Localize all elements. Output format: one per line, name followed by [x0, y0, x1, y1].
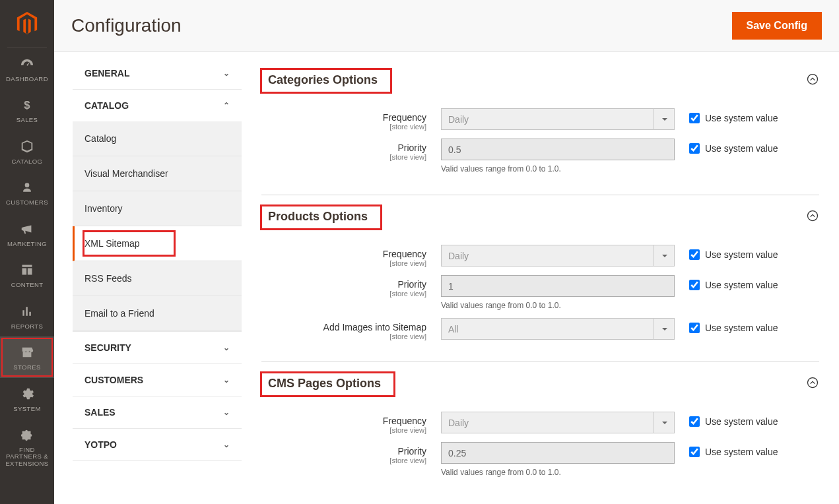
box-icon [19, 139, 35, 154]
use-system-label: Use system value [705, 249, 778, 260]
config-group-catalog[interactable]: CATALOG ⌃ [73, 90, 242, 121]
use-system-label: Use system value [705, 113, 778, 123]
gear-icon [19, 386, 35, 402]
cms-priority-input[interactable] [441, 442, 675, 464]
nav-find-partners[interactable]: FIND PARTNERS & EXTENSIONS [0, 419, 54, 474]
field-note: Valid values range from 0.0 to 1.0. [441, 160, 675, 173]
use-system-label: Use system value [705, 143, 778, 154]
config-item-email-to-friend[interactable]: Email to a Friend [73, 296, 242, 331]
products-frequency-use-system[interactable] [689, 249, 700, 260]
collapse-toggle[interactable] [806, 73, 819, 88]
field-scope: [store view] [261, 332, 426, 340]
chevron-up-icon: ⌃ [223, 101, 230, 110]
cms-frequency-use-system[interactable] [689, 416, 700, 427]
nav-system[interactable]: SYSTEM [0, 378, 54, 419]
barchart-icon [19, 303, 35, 319]
dollar-icon: $ [19, 97, 35, 113]
categories-frequency-select[interactable]: Daily [441, 108, 675, 130]
field-note: Valid values range from 0.0 to 1.0. [441, 464, 675, 477]
dashboard-icon [19, 56, 35, 72]
chevron-down-icon: ⌄ [223, 408, 230, 417]
svg-point-2 [808, 211, 818, 221]
chevron-down-icon: ⌄ [223, 375, 230, 385]
nav-dashboard[interactable]: DASHBOARD [0, 48, 54, 89]
admin-sidebar: DASHBOARD $ SALES CATALOG CUSTOMERS MARK… [0, 0, 54, 504]
nav-catalog[interactable]: CATALOG [0, 131, 54, 172]
section-products: Products Options Frequency [store view] [261, 195, 819, 362]
page-header: Configuration Save Config [54, 0, 839, 52]
field-note: Valid values range from 0.0 to 1.0. [441, 297, 675, 310]
field-label: Add Images into Sitemap [261, 322, 426, 332]
person-icon [19, 179, 35, 195]
use-system-label: Use system value [705, 280, 778, 290]
section-categories: Categories Options Frequency [store view… [261, 59, 819, 195]
field-label: Frequency [261, 249, 426, 259]
nav-marketing[interactable]: MARKETING [0, 213, 54, 254]
page-title: Configuration [71, 15, 182, 36]
use-system-label: Use system value [705, 323, 778, 333]
magento-logo-icon [15, 12, 39, 36]
products-frequency-select[interactable]: Daily [441, 245, 675, 267]
use-system-label: Use system value [705, 447, 778, 457]
use-system-label: Use system value [705, 416, 778, 427]
config-item-visual-merchandiser[interactable]: Visual Merchandiser [73, 156, 242, 191]
megaphone-icon [19, 221, 35, 237]
config-group-yotpo[interactable]: YOTPO ⌄ [73, 429, 242, 460]
products-images-use-system[interactable] [689, 323, 700, 333]
collapse-toggle[interactable] [806, 209, 819, 224]
field-scope: [store view] [261, 259, 426, 267]
svg-point-3 [808, 378, 818, 388]
chevron-down-icon: ⌄ [223, 343, 230, 352]
field-label: Frequency [261, 416, 426, 426]
field-label: Priority [261, 279, 426, 290]
field-scope: [store view] [261, 457, 426, 464]
section-title-products[interactable]: Products Options [261, 207, 374, 226]
chevron-up-circle-icon [806, 209, 819, 222]
nav-reports[interactable]: REPORTS [0, 296, 54, 336]
store-icon [19, 344, 35, 360]
nav-customers[interactable]: CUSTOMERS [0, 172, 54, 212]
chevron-up-circle-icon [806, 73, 819, 86]
collapse-toggle[interactable] [806, 376, 819, 391]
categories-frequency-use-system[interactable] [689, 113, 700, 123]
config-item-inventory[interactable]: Inventory [73, 191, 242, 226]
config-group-security[interactable]: SECURITY ⌄ [73, 332, 242, 363]
section-title-categories[interactable]: Categories Options [261, 71, 384, 90]
config-panel: Categories Options Frequency [store view… [242, 52, 839, 504]
cms-frequency-select[interactable]: Daily [441, 412, 675, 433]
field-label: Frequency [261, 112, 426, 123]
field-scope: [store view] [261, 123, 426, 131]
svg-text:$: $ [24, 99, 30, 111]
config-item-xml-sitemap[interactable]: XML Sitemap [73, 226, 242, 261]
config-item-rss-feeds[interactable]: RSS Feeds [73, 261, 242, 296]
chevron-down-icon: ⌄ [223, 440, 230, 449]
config-nav: GENERAL ⌄ CATALOG ⌃ Catalog Visual Merch… [73, 52, 242, 504]
section-cms: CMS Pages Options Frequency [store view] [261, 362, 819, 498]
products-images-select[interactable]: All [441, 318, 675, 340]
save-config-button[interactable]: Save Config [732, 12, 822, 40]
chevron-up-circle-icon [806, 376, 819, 389]
categories-priority-input[interactable] [441, 139, 675, 160]
field-label: Priority [261, 142, 426, 153]
config-group-customers[interactable]: CUSTOMERS ⌄ [73, 364, 242, 396]
layout-icon [19, 262, 35, 278]
nav-stores[interactable]: STORES [0, 336, 54, 377]
field-scope: [store view] [261, 290, 426, 298]
products-priority-use-system[interactable] [689, 280, 700, 290]
magento-logo[interactable] [0, 0, 54, 47]
field-label: Priority [261, 446, 426, 457]
nav-sales[interactable]: $ SALES [0, 89, 54, 130]
chevron-down-icon: ⌄ [223, 69, 230, 78]
config-item-catalog[interactable]: Catalog [73, 121, 242, 156]
products-priority-input[interactable] [441, 275, 675, 297]
puzzle-icon [19, 427, 35, 443]
cms-priority-use-system[interactable] [689, 447, 700, 457]
section-title-cms[interactable]: CMS Pages Options [261, 374, 387, 393]
config-group-general[interactable]: GENERAL ⌄ [73, 57, 242, 89]
nav-content[interactable]: CONTENT [0, 254, 54, 295]
svg-point-1 [808, 75, 818, 84]
config-group-sales[interactable]: SALES ⌄ [73, 396, 242, 428]
field-scope: [store view] [261, 153, 426, 161]
field-scope: [store view] [261, 426, 426, 434]
categories-priority-use-system[interactable] [689, 143, 700, 154]
